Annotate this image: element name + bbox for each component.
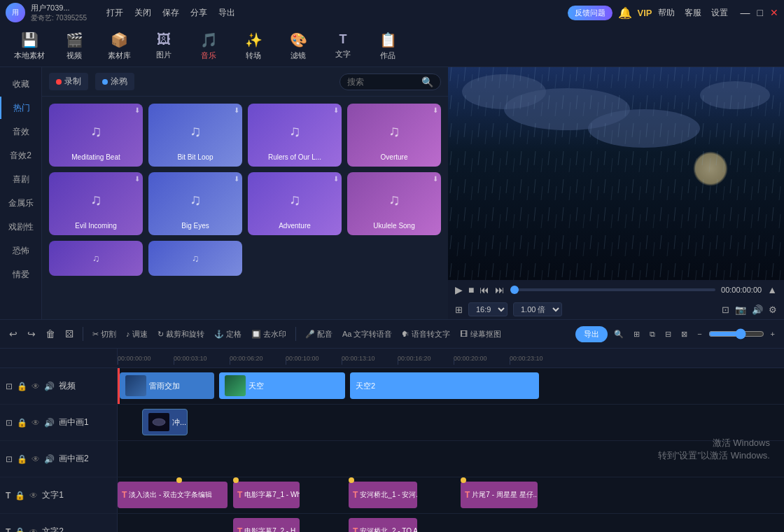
- save-btn[interactable]: 保存: [162, 7, 179, 19]
- play-button[interactable]: ▶: [455, 284, 463, 295]
- eye-icon[interactable]: 👁: [29, 527, 38, 533]
- sidebar-item-romance[interactable]: 情爱: [0, 263, 41, 286]
- split-button[interactable]: ⊠: [678, 328, 691, 341]
- service-btn[interactable]: 客服: [685, 7, 701, 19]
- vip-badge[interactable]: VIP: [638, 8, 652, 18]
- download-icon[interactable]: ⬇: [234, 175, 239, 183]
- volume-icon[interactable]: 🔊: [44, 454, 55, 464]
- next-frame-button[interactable]: ⏭: [495, 284, 505, 295]
- feedback-button[interactable]: 反馈问题: [568, 6, 612, 20]
- track-content-text2[interactable]: T 电影字幕7_2 - H... T 安河桥北_2 - TO A...: [118, 514, 784, 532]
- music-card-adventure[interactable]: ⬇ ♫ Adventure: [248, 172, 342, 235]
- download-icon[interactable]: ⬇: [433, 106, 438, 114]
- music-card-ukulele[interactable]: ⬇ ♫ Ukulele Song: [347, 172, 441, 235]
- music-card-overture[interactable]: ⬇ ♫ Overture: [347, 104, 441, 167]
- search-input[interactable]: [347, 77, 417, 87]
- music-card-rulers[interactable]: ⬇ ♫ Rulers of Our L...: [248, 104, 342, 167]
- close-btn[interactable]: 关闭: [134, 7, 151, 19]
- lock-icon[interactable]: 🔒: [15, 491, 25, 500]
- lock-icon[interactable]: 🔒: [17, 454, 27, 464]
- music-card-meditating[interactable]: ⬇ ♫ Meditating Beat: [49, 104, 143, 167]
- lock-icon[interactable]: 🔒: [17, 382, 27, 391]
- music-card-extra2[interactable]: ♫: [148, 241, 242, 276]
- sidebar-item-comedy[interactable]: 喜剧: [0, 168, 41, 190]
- undo-button[interactable]: ↩: [6, 326, 21, 342]
- split-screen-icon[interactable]: ⊞: [455, 304, 463, 315]
- export-button[interactable]: 导出: [575, 326, 608, 342]
- track-content-pip1[interactable]: 冲...: [118, 405, 784, 440]
- share-btn[interactable]: 分享: [190, 7, 207, 19]
- help-btn[interactable]: 帮助: [658, 7, 675, 19]
- music-card-bigeyes[interactable]: ⬇ ♫ Big Eyes: [148, 172, 242, 235]
- maximize-button[interactable]: □: [757, 7, 763, 18]
- zoom-in-button[interactable]: +: [767, 328, 778, 340]
- zoom-out-button[interactable]: −: [694, 328, 705, 340]
- download-icon[interactable]: ⬇: [234, 106, 239, 114]
- music-card-evil[interactable]: ⬇ ♫ Evil Incoming: [49, 172, 143, 235]
- lock-icon[interactable]: 🔒: [17, 418, 27, 428]
- toolbar-local[interactable]: 💾 本地素材: [7, 27, 52, 66]
- toolbar-work[interactable]: 📋 作品: [365, 27, 410, 66]
- delete-button[interactable]: 🗑: [42, 326, 59, 342]
- track-content-video[interactable]: 雷雨交加 天空 天空2: [118, 368, 784, 404]
- settings-btn[interactable]: 设置: [711, 7, 728, 19]
- arrange-button[interactable]: ⊞: [630, 328, 643, 341]
- clip-text1-3[interactable]: T 安河桥北_1 - 安河...: [349, 482, 417, 508]
- fullscreen-icon[interactable]: ⊡: [722, 304, 729, 315]
- settings-icon[interactable]: ⚙: [769, 304, 777, 315]
- prev-frame-button[interactable]: ⏮: [479, 284, 489, 295]
- tune-button[interactable]: ♪ 调速: [122, 327, 151, 342]
- music-card-extra1[interactable]: ♫: [49, 241, 143, 276]
- download-icon[interactable]: ⬇: [433, 175, 438, 183]
- track-content-pip2[interactable]: [118, 441, 784, 477]
- download-icon[interactable]: ⬇: [333, 106, 339, 114]
- search-icon[interactable]: 🔍: [421, 76, 433, 88]
- clip-sky2[interactable]: 天空2: [350, 372, 539, 399]
- close-window-button[interactable]: ✕: [770, 7, 778, 18]
- record-tab[interactable]: 录制: [49, 73, 88, 90]
- volume-icon[interactable]: 🔊: [44, 418, 55, 428]
- anchor-button[interactable]: ⚓ 定格: [211, 327, 245, 342]
- crop-rotate-button[interactable]: ↻ 裁剪和旋转: [154, 327, 208, 342]
- export-btn[interactable]: 导出: [218, 7, 235, 19]
- eye-icon[interactable]: 👁: [31, 382, 40, 391]
- volume-icon[interactable]: 🔊: [44, 382, 55, 391]
- clip-text1-2[interactable]: T 电影字幕7_1 - Whe...: [233, 482, 300, 508]
- track-content-text1[interactable]: T 淡入淡出 - 双击文字条编辑 T 电影字幕7_1 - Whe... T 安河…: [118, 477, 784, 513]
- toolbar-material[interactable]: 📦 素材库: [97, 27, 141, 66]
- sidebar-item-horror[interactable]: 恐怖: [0, 239, 41, 262]
- screenshot-icon[interactable]: 📷: [735, 304, 746, 315]
- sidebar-item-sfx[interactable]: 音效: [0, 120, 41, 143]
- align-button[interactable]: ⊟: [662, 328, 675, 341]
- remove-bg-button[interactable]: 🎞 绿幕抠图: [456, 327, 504, 342]
- bell-icon[interactable]: 🔔: [618, 6, 632, 20]
- redo-button[interactable]: ↪: [24, 326, 39, 342]
- download-icon[interactable]: ⬇: [134, 106, 140, 114]
- clip-thunder[interactable]: 雷雨交加: [120, 372, 214, 399]
- stop-button[interactable]: ■: [468, 284, 474, 295]
- cut-button[interactable]: ✂ 切割: [89, 327, 120, 342]
- more-tools-button[interactable]: 🔍: [610, 328, 627, 341]
- minimize-button[interactable]: —: [741, 7, 750, 18]
- clip-text1-4[interactable]: T 片尾7 - 周星星 星仔...: [461, 482, 538, 508]
- eye-icon[interactable]: 👁: [29, 491, 38, 500]
- sidebar-item-sfx2[interactable]: 音效2: [0, 144, 41, 167]
- dubbing-button[interactable]: 🎤 配音: [302, 327, 336, 342]
- clip-text2-2[interactable]: T 安河桥北_2 - TO A...: [349, 518, 417, 532]
- clip-text2-1[interactable]: T 电影字幕7_2 - H...: [233, 518, 300, 532]
- clip-pip1[interactable]: 冲...: [142, 409, 188, 435]
- text-speech-button[interactable]: Aa 文字转语音: [339, 327, 396, 342]
- download-icon[interactable]: ⬇: [134, 175, 140, 183]
- paint-tab[interactable]: 涂鸦: [95, 73, 134, 90]
- speed-select[interactable]: 1.00 倍: [513, 302, 562, 316]
- toolbar-image[interactable]: 🖼 图片: [141, 27, 186, 66]
- sidebar-item-dramatic[interactable]: 戏剧性: [0, 216, 41, 238]
- open-btn[interactable]: 打开: [106, 7, 123, 19]
- toolbar-text[interactable]: T 文字: [321, 27, 365, 66]
- progress-bar[interactable]: [510, 288, 715, 291]
- segments-button[interactable]: ⚄: [62, 326, 77, 342]
- toolbar-filter[interactable]: 🎨 滤镜: [276, 27, 321, 66]
- eye-icon[interactable]: 👁: [31, 418, 40, 428]
- speech-text-button[interactable]: 🗣 语音转文字: [398, 327, 454, 342]
- lock-icon[interactable]: 🔒: [15, 527, 25, 533]
